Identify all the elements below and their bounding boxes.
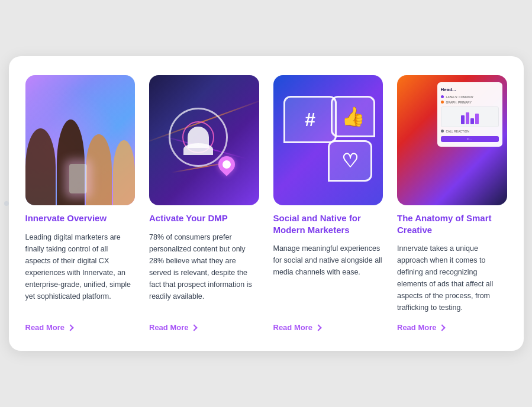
person-1: [25, 128, 56, 205]
card-image-social: # 👍 ♡: [273, 75, 383, 205]
sc-label-3: CALL REACTION: [446, 130, 470, 133]
heart-icon: ♡: [341, 150, 359, 172]
card-2-read-more[interactable]: Read More: [149, 323, 259, 332]
card-4-title: The Anatomy of Smart Creative: [397, 212, 507, 235]
sc-bar-4: [475, 114, 479, 124]
sc-chart-area: [441, 106, 499, 127]
card-activate-dmp: Activate Your DMP 78% of consumers prefe…: [149, 75, 259, 332]
card-3-title: Social and Native for Modern Marketers: [273, 212, 383, 235]
card-1-description: Leading digital marketers are finally ta…: [25, 231, 136, 314]
person-3: [86, 134, 111, 205]
dmp-circle: [169, 108, 228, 167]
dmp-person-icon: [188, 127, 209, 148]
sc-ui-button: C...: [441, 136, 499, 142]
sc-bar-3: [470, 118, 474, 124]
sc-mockup-row-2: GRAPH: PRIMARY: [441, 101, 499, 104]
card-2-description: 78% of consumers prefer personalized con…: [149, 231, 259, 314]
sc-dot-1: [441, 95, 444, 98]
card-image-creative: Head... LABELS: COMPANY GRAPH: PRIMARY: [397, 75, 507, 205]
sc-label-1: LABELS: COMPANY: [446, 95, 474, 99]
sc-dot-2: [441, 101, 444, 104]
cards-grid: Innervate Overview Leading digital marke…: [9, 56, 524, 351]
read-more-arrow-4: [439, 324, 446, 331]
read-more-arrow-2: [191, 324, 198, 331]
heart-bubble: ♡: [328, 140, 372, 182]
phone-glow: [69, 164, 87, 193]
hashtag-icon: #: [305, 109, 315, 131]
card-image-people: [25, 75, 136, 205]
person-4: [113, 140, 135, 205]
card-4-description: Innervate takes a unique approach when i…: [397, 243, 507, 314]
card-2-title: Activate Your DMP: [149, 212, 259, 224]
card-image-dmp: [149, 75, 259, 205]
sc-bar-chart: [461, 109, 479, 124]
thumbsup-icon: 👍: [341, 105, 365, 128]
sc-ui-mockup: Head... LABELS: COMPANY GRAPH: PRIMARY: [437, 82, 502, 147]
card-4-read-more[interactable]: Read More: [397, 323, 507, 332]
like-bubble: 👍: [331, 96, 375, 137]
read-more-arrow-1: [67, 324, 73, 331]
nav-dot: [4, 201, 9, 206]
card-1-title: Innervate Overview: [25, 212, 136, 224]
sc-mockup-header: Head...: [441, 87, 499, 93]
card-innervate-overview: Innervate Overview Leading digital marke…: [25, 75, 136, 332]
sc-label-2: GRAPH: PRIMARY: [446, 101, 472, 104]
sc-bar-2: [466, 112, 469, 124]
sc-mockup-row-1: LABELS: COMPANY: [441, 95, 499, 99]
card-social-native: # 👍 ♡ Social and Native for Modern Marke…: [273, 75, 383, 332]
card-3-description: Manage meaningful experiences for social…: [273, 243, 383, 314]
card-smart-creative: Head... LABELS: COMPANY GRAPH: PRIMARY: [397, 75, 507, 332]
card-3-read-more[interactable]: Read More: [273, 323, 383, 332]
social-icons-group: # 👍 ♡: [280, 93, 375, 188]
read-more-arrow-3: [315, 324, 321, 331]
sc-mockup-row-3: CALL REACTION: [441, 130, 499, 133]
hashtag-bubble: #: [283, 96, 337, 143]
sc-bar-1: [461, 115, 465, 124]
sc-dot-3: [441, 130, 444, 133]
card-1-read-more[interactable]: Read More: [25, 323, 136, 332]
